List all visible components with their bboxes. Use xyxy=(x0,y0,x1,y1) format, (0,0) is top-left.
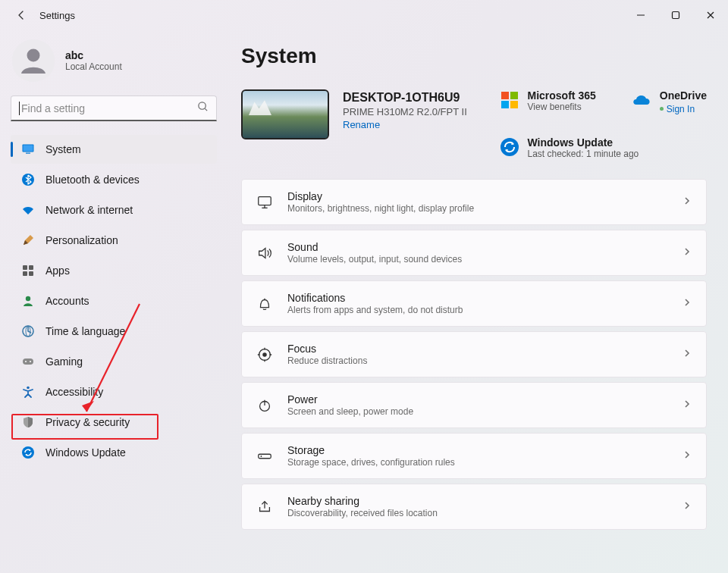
svg-rect-27 xyxy=(259,196,271,205)
wallpaper-thumbnail[interactable] xyxy=(241,89,329,139)
card-nearby-sharing[interactable]: Nearby sharingDiscoverability, received … xyxy=(241,484,707,530)
status-windows-update[interactable]: Windows Update Last checked: 1 minute ag… xyxy=(499,136,708,159)
text-caret xyxy=(19,102,20,115)
power-icon xyxy=(256,396,274,415)
nav-accessibility[interactable]: Accessibility xyxy=(11,377,217,406)
chevron-right-icon xyxy=(682,399,692,412)
svg-point-32 xyxy=(262,352,267,357)
card-sub: Reduce distractions xyxy=(287,355,668,366)
status-onedrive[interactable]: OneDrive Sign In xyxy=(631,89,707,115)
svg-point-3 xyxy=(27,49,40,62)
svg-line-5 xyxy=(205,108,207,111)
card-focus[interactable]: FocusReduce distractions xyxy=(241,331,707,377)
svg-rect-10 xyxy=(23,265,27,270)
apps-icon xyxy=(21,264,35,277)
nav-privacy-security[interactable]: Privacy & security xyxy=(11,408,217,437)
svg-rect-24 xyxy=(501,101,509,108)
device-row: DESKTOP-1OTH6U9 PRIME H310M2 R2.0/FPT II… xyxy=(241,89,707,159)
maximize-button[interactable] xyxy=(658,2,693,29)
bell-icon xyxy=(256,295,274,313)
nav-label: Time & language xyxy=(46,325,125,337)
user-block[interactable]: abc Local Account xyxy=(11,36,217,96)
svg-point-20 xyxy=(27,387,30,390)
chevron-right-icon xyxy=(682,246,692,260)
nav-apps[interactable]: Apps xyxy=(11,256,217,285)
wifi-icon xyxy=(21,203,35,217)
card-sub: Screen and sleep, power mode xyxy=(287,406,668,417)
nav-label: System xyxy=(46,143,81,155)
card-storage[interactable]: StorageStorage space, drives, configurat… xyxy=(241,433,707,479)
chevron-right-icon xyxy=(682,348,692,362)
nav-network[interactable]: Network & internet xyxy=(11,196,217,224)
svg-rect-13 xyxy=(29,271,33,276)
svg-point-36 xyxy=(261,456,262,457)
share-icon xyxy=(256,498,274,516)
search-icon xyxy=(197,101,209,115)
nav-gaming[interactable]: Gaming xyxy=(11,347,217,376)
card-sub: Alerts from apps and system, do not dist… xyxy=(287,305,668,315)
status-microsoft365[interactable]: Microsoft 365 View benefits xyxy=(499,89,596,115)
rename-link[interactable]: Rename xyxy=(343,119,467,130)
nav-label: Bluetooth & devices xyxy=(46,174,140,186)
user-name: abc xyxy=(65,49,122,61)
svg-rect-12 xyxy=(23,271,27,276)
card-title: Notifications xyxy=(287,292,668,304)
card-sub: Discoverability, received files location xyxy=(287,508,668,518)
shield-icon xyxy=(21,415,35,429)
card-power[interactable]: PowerScreen and sleep, power mode xyxy=(241,382,707,428)
nav-bluetooth[interactable]: Bluetooth & devices xyxy=(11,165,217,194)
svg-rect-17 xyxy=(23,359,33,365)
nav-label: Accessibility xyxy=(46,386,103,398)
display-icon xyxy=(256,193,274,211)
nav-accounts[interactable]: Accounts xyxy=(11,286,217,315)
svg-rect-8 xyxy=(26,153,30,154)
device-name: DESKTOP-1OTH6U9 xyxy=(343,91,467,105)
sidebar: abc Local Account System Bluetooth & dev… xyxy=(0,30,228,573)
back-button[interactable] xyxy=(6,0,36,30)
onedrive-signin-link[interactable]: Sign In xyxy=(667,104,695,114)
accessibility-icon xyxy=(21,385,35,399)
card-title: Storage xyxy=(287,444,668,456)
nav-windows-update[interactable]: Windows Update xyxy=(11,438,217,467)
close-button[interactable] xyxy=(693,2,728,29)
onedrive-icon xyxy=(631,89,652,111)
search-input[interactable] xyxy=(21,102,197,114)
chevron-right-icon xyxy=(682,196,692,209)
sound-icon xyxy=(256,244,274,262)
card-notifications[interactable]: NotificationsAlerts from apps and system… xyxy=(241,280,707,327)
card-display[interactable]: DisplayMonitors, brightness, night light… xyxy=(241,179,707,225)
nav-time-language[interactable]: Time & language xyxy=(11,317,217,346)
card-sub: Volume levels, output, input, sound devi… xyxy=(287,254,668,265)
settings-cards: DisplayMonitors, brightness, night light… xyxy=(241,179,707,530)
window-title: Settings xyxy=(39,10,75,21)
globe-clock-icon xyxy=(21,324,35,338)
card-sub: Storage space, drives, configuration rul… xyxy=(287,457,668,468)
page-title: System xyxy=(241,44,707,68)
card-title: Power xyxy=(287,393,668,405)
svg-rect-35 xyxy=(259,454,271,459)
chevron-right-icon xyxy=(682,449,692,463)
nav-label: Privacy & security xyxy=(46,416,130,428)
status-title: Windows Update xyxy=(528,136,639,149)
card-sub: Monitors, brightness, night light, displ… xyxy=(287,203,668,214)
storage-icon xyxy=(256,447,274,465)
paintbrush-icon xyxy=(21,233,35,247)
main-pane: System DESKTOP-1OTH6U9 PRIME H310M2 R2.0… xyxy=(228,30,728,573)
window-controls xyxy=(623,2,728,29)
status-dot xyxy=(660,107,664,111)
titlebar: Settings xyxy=(0,0,728,30)
card-sound[interactable]: SoundVolume levels, output, input, sound… xyxy=(241,230,707,276)
card-title: Focus xyxy=(287,343,668,355)
microsoft365-icon xyxy=(499,89,520,111)
monitor-icon xyxy=(21,142,35,156)
nav-personalization[interactable]: Personalization xyxy=(11,226,217,255)
user-account-type: Local Account xyxy=(65,61,122,72)
search-box[interactable] xyxy=(11,96,217,121)
nav-system[interactable]: System xyxy=(11,135,217,164)
sync-icon xyxy=(499,136,520,158)
card-title: Sound xyxy=(287,241,668,253)
svg-rect-23 xyxy=(510,92,518,99)
minimize-button[interactable] xyxy=(623,2,658,29)
svg-rect-1 xyxy=(673,12,679,19)
device-model: PRIME H310M2 R2.0/FPT II xyxy=(343,106,467,117)
